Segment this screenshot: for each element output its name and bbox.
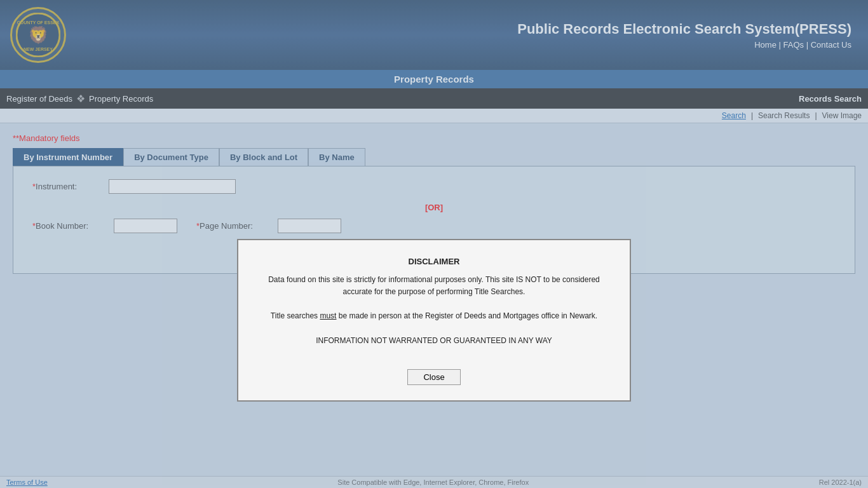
- must-text: must: [320, 311, 336, 320]
- disclaimer-title: DISCLAIMER: [257, 255, 611, 269]
- disclaimer-line4: INFORMATION NOT WARRANTED OR GUARANTEED …: [257, 335, 611, 347]
- disclaimer-line3: Title searches must be made in person at…: [257, 310, 611, 322]
- disclaimer-box: DISCLAIMER Data found on this site is st…: [237, 239, 631, 402]
- disclaimer-overlay: DISCLAIMER Data found on this site is st…: [0, 0, 868, 488]
- disclaimer-line1: Data found on this site is strictly for …: [257, 274, 611, 298]
- disclaimer-close-button[interactable]: Close: [407, 369, 460, 385]
